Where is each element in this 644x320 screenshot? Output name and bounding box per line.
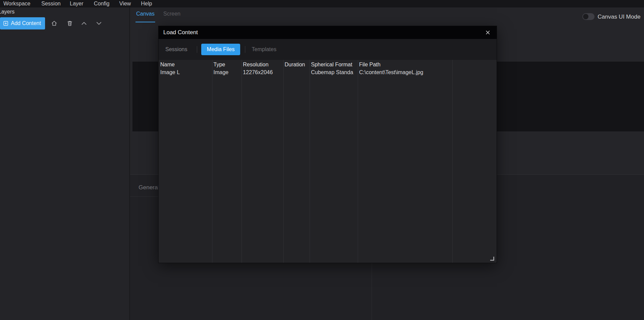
tab-screen[interactable]: Screen: [163, 11, 181, 22]
column-header-name[interactable]: Name: [160, 62, 175, 68]
toggle-knob: [583, 14, 588, 19]
dialog-tab-templates[interactable]: Templates: [252, 39, 276, 60]
home-icon: [51, 20, 58, 27]
media-files-table: Name Type Resolution Duration Spherical …: [159, 60, 497, 263]
cell-resolution: 12276x2046: [243, 69, 273, 76]
column-divider: [358, 60, 358, 263]
cell-name: Image L: [160, 69, 180, 76]
menu-bar: Workspace Session Layer Config View Help: [0, 0, 644, 7]
column-divider: [242, 60, 242, 263]
close-icon: [485, 30, 490, 35]
cell-type: Image: [213, 69, 228, 76]
column-divider: [212, 60, 212, 263]
layers-panel: Layers Add Content: [0, 7, 130, 320]
column-divider: [452, 60, 453, 263]
column-header-spherical-format[interactable]: Spherical Format: [311, 62, 352, 68]
dialog-close-button[interactable]: [484, 29, 491, 36]
add-content-button[interactable]: Add Content: [0, 17, 45, 29]
menu-item-view[interactable]: View: [119, 0, 131, 7]
dialog-title: Load Content: [163, 29, 198, 36]
menu-item-layer[interactable]: Layer: [70, 0, 83, 7]
add-content-label: Add Content: [11, 20, 41, 26]
column-header-duration[interactable]: Duration: [285, 62, 305, 68]
chevron-up-icon: [81, 20, 87, 27]
dialog-tab-media-files[interactable]: Media Files: [201, 44, 240, 55]
canvas-ui-mode-toggle[interactable]: [582, 13, 595, 20]
column-divider: [283, 60, 284, 263]
dialog-tab-bar: Sessions Media Files Templates: [159, 39, 497, 60]
column-header-type[interactable]: Type: [213, 62, 225, 68]
chevron-down-icon: [96, 20, 102, 27]
move-layer-up-button[interactable]: [80, 19, 88, 28]
resize-corner-icon: [489, 256, 495, 261]
delete-layer-button[interactable]: [65, 19, 74, 28]
column-divider: [310, 60, 310, 263]
menu-item-workspace[interactable]: Workspace: [3, 0, 30, 7]
properties-section-general[interactable]: General: [139, 184, 159, 191]
add-content-icon: [3, 21, 8, 26]
dialog-resize-handle[interactable]: [489, 256, 495, 261]
move-layer-down-button[interactable]: [95, 19, 103, 28]
column-header-resolution[interactable]: Resolution: [243, 62, 269, 68]
menu-item-config[interactable]: Config: [94, 0, 109, 7]
menu-item-help[interactable]: Help: [141, 0, 152, 7]
layers-panel-title: Layers: [0, 9, 15, 15]
home-button[interactable]: [50, 19, 59, 28]
dialog-tab-sessions[interactable]: Sessions: [165, 39, 187, 60]
column-header-file-path[interactable]: File Path: [359, 62, 380, 68]
application-window: Workspace Session Layer Config View Help…: [0, 0, 644, 320]
cell-file-path: C:\content\Test\imageL.jpg: [359, 69, 423, 76]
tab-separator: [197, 46, 197, 53]
dialog-title-bar[interactable]: Load Content: [159, 26, 497, 39]
tab-separator: [245, 46, 245, 53]
canvas-ui-mode-label: Canvas UI Mode: [598, 14, 641, 20]
tab-canvas[interactable]: Canvas: [136, 11, 155, 22]
cell-spherical-format: Cubemap Standa: [311, 69, 353, 76]
table-row[interactable]: Image L Image 12276x2046 Cubemap Standa …: [159, 69, 497, 77]
load-content-dialog: Load Content Sessions Media Files Templa…: [158, 26, 497, 263]
menu-item-session[interactable]: Session: [41, 0, 61, 7]
trash-icon: [67, 20, 73, 26]
